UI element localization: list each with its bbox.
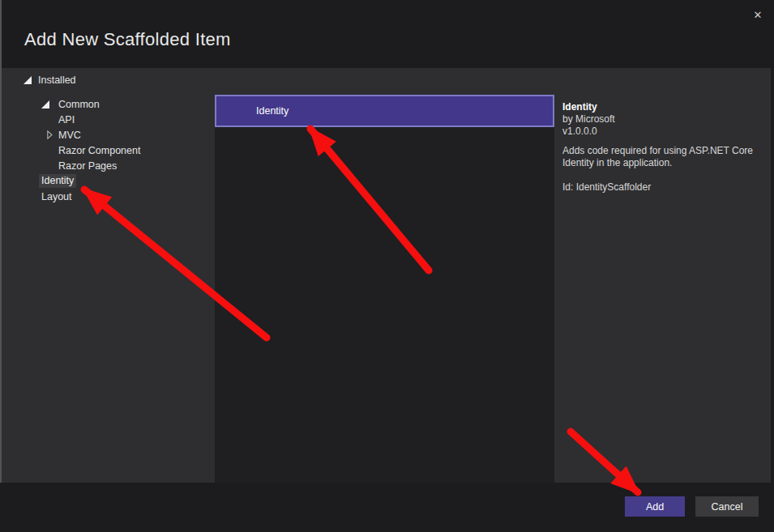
- template-item-label-identity: Identity: [256, 105, 289, 117]
- tree-item-label-mvc: MVC: [58, 130, 81, 141]
- add-button[interactable]: Add: [625, 496, 685, 517]
- tree-item-mvc[interactable]: MVC: [2, 127, 215, 143]
- cancel-button[interactable]: Cancel: [695, 496, 759, 517]
- tree-item-common[interactable]: Common: [2, 96, 215, 112]
- tree-expanded-icon[interactable]: [24, 76, 32, 84]
- tree-glyph-box: [41, 100, 58, 109]
- dialog-title: Add New Scaffolded Item: [24, 29, 231, 50]
- tree-item-layout[interactable]: Layout: [2, 189, 215, 204]
- template-name: Identity: [562, 101, 763, 113]
- tree-item-api[interactable]: API: [2, 112, 215, 127]
- tree-item-label-razor-component: Razor Component: [58, 145, 140, 156]
- tree-item-razor-pages[interactable]: Razor Pages: [2, 158, 215, 173]
- tree-glyph-box: [24, 76, 38, 84]
- tree-item-label-installed: Installed: [38, 74, 76, 86]
- dialog-title-bar: Add New Scaffolded Item: [2, 0, 774, 68]
- template-details-panel: Identity by Microsoft v1.0.0.0 Adds code…: [554, 68, 771, 483]
- template-item-identity[interactable]: Identity: [215, 95, 554, 127]
- add-scaffolded-item-dialog: Add New Scaffolded Item ✕ InstalledCommo…: [0, 0, 774, 532]
- template-author: by Microsoft: [562, 113, 763, 126]
- add-button-label: Add: [646, 501, 664, 513]
- tree-item-identity[interactable]: Identity: [2, 173, 215, 189]
- tree-item-razor-component[interactable]: Razor Component: [2, 143, 215, 158]
- tree-item-label-razor-pages: Razor Pages: [58, 160, 117, 172]
- tree-glyph-box: [41, 130, 58, 139]
- dialog-footer: Add Cancel: [0, 483, 774, 532]
- tree-item-label-common: Common: [58, 99, 100, 110]
- tree-item-label-layout: Layout: [41, 191, 72, 202]
- tree-collapsed-icon[interactable]: [47, 130, 53, 139]
- template-description: Adds code required for using ASP.NET Cor…: [562, 145, 765, 169]
- close-button[interactable]: ✕: [746, 4, 770, 25]
- template-version: v1.0.0.0: [562, 126, 763, 138]
- dialog-body: InstalledCommonAPIMVCRazor ComponentRazo…: [2, 68, 771, 483]
- tree-item-installed[interactable]: Installed: [2, 72, 215, 87]
- tree-expanded-icon[interactable]: [41, 100, 49, 109]
- tree-item-label-api: API: [58, 114, 75, 126]
- template-id: Id: IdentityScaffolder: [562, 181, 763, 194]
- tree-item-label-identity: Identity: [39, 174, 76, 188]
- scaffolder-category-tree: InstalledCommonAPIMVCRazor ComponentRazo…: [2, 72, 215, 204]
- template-list: Identity: [215, 95, 554, 483]
- close-icon: ✕: [754, 9, 763, 21]
- cancel-button-label: Cancel: [712, 501, 743, 513]
